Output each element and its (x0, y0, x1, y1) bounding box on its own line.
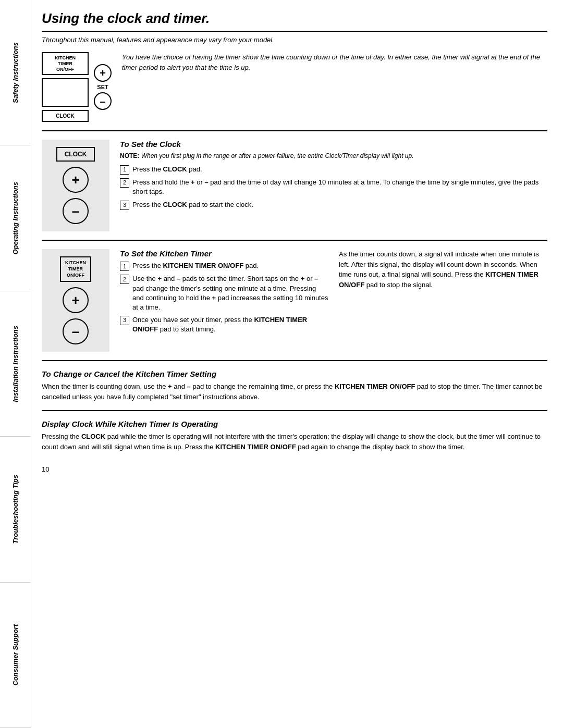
step-text-2: Press and hold the + or – pad and the ti… (132, 178, 547, 196)
page-container: Safety Instructions Operating Instructio… (0, 0, 563, 728)
clock-step-1: 1 Press the CLOCK pad. (120, 165, 547, 175)
timer-left-col: To Set the Kitchen Timer 1 Press the KIT… (120, 249, 328, 337)
timer-plus-minus: + – (63, 287, 89, 344)
note-body: When you first plug in the range or afte… (139, 152, 413, 159)
subtitle-note: Throughout this manual, features and app… (42, 36, 547, 44)
clock-minus-btn[interactable]: – (63, 198, 89, 224)
sidebar-section-consumer: Consumer Support (0, 583, 31, 728)
display-clock-section: Display Clock While Kitchen Timer Is Ope… (42, 411, 547, 460)
timer-step-num-1: 1 (120, 262, 129, 271)
change-cancel-header: To Change or Cancel the Kitchen Timer Se… (42, 369, 547, 378)
step-text-3: Press the CLOCK pad to start the clock. (132, 200, 547, 209)
sidebar-label-troubleshooting: Troubleshooting Tips (11, 475, 19, 544)
timer-step-text-3: Once you have set your timer, press the … (132, 315, 328, 334)
sidebar-label-operating: Operating Instructions (11, 182, 19, 254)
clock-button[interactable]: CLOCK (42, 110, 89, 122)
sidebar-section-operating: Operating Instructions (0, 145, 31, 291)
display-box (42, 78, 89, 107)
sidebar-label-consumer: Consumer Support (11, 624, 19, 686)
two-col-section: To Set the Kitchen Timer 1 Press the KIT… (120, 249, 547, 337)
kitchen-timer-section: KITCHENTIMERON/OFF + – To Set the Kitche… (42, 241, 547, 361)
set-clock-note: NOTE: When you first plug in the range o… (120, 152, 547, 161)
timer-plus-btn[interactable]: + (63, 287, 89, 313)
clock-step-3: 3 Press the CLOCK pad to start the clock… (120, 200, 547, 210)
timer-step-1: 1 Press the KITCHEN TIMER ON/OFF pad. (120, 261, 328, 271)
timer-step-text-2: Use the + and – pads to set the timer. S… (132, 274, 328, 312)
clock-plus-btn[interactable]: + (63, 167, 89, 193)
timer-step-3: 3 Once you have set your timer, press th… (120, 315, 328, 334)
change-cancel-text: When the timer is counting down, use the… (42, 381, 547, 402)
set-clock-section: CLOCK + – To Set the Clock NOTE: When yo… (42, 131, 547, 241)
page-number: 10 (42, 465, 547, 473)
sidebar-label-installation: Installation Instructions (11, 326, 19, 402)
timer-right-col: As the timer counts down, a signal will … (339, 249, 547, 337)
kitchen-timer-button[interactable]: KITCHENTIMERON/OFF (42, 52, 89, 75)
display-clock-text: Pressing the CLOCK pad while the timer i… (42, 431, 547, 452)
timer-step-num-3: 3 (120, 316, 129, 325)
plus-button-intro[interactable]: + (94, 64, 112, 82)
timer-step-2: 2 Use the + and – pads to set the timer.… (120, 274, 328, 312)
kitchen-timer-pad[interactable]: KITCHENTIMERON/OFF (60, 256, 91, 282)
page-title: Using the clock and timer. (42, 10, 547, 32)
kitchen-timer-content: To Set the Kitchen Timer 1 Press the KIT… (120, 249, 547, 352)
sidebar-section-safety: Safety Instructions (0, 0, 31, 145)
timer-diagram: KITCHENTIMERON/OFF + – (42, 249, 109, 352)
clock-diagram: CLOCK + – (42, 140, 109, 231)
step-num-3: 3 (120, 201, 129, 210)
sidebar-section-troubleshooting: Troubleshooting Tips (0, 437, 31, 582)
clock-step-2: 2 Press and hold the + or – pad and the … (120, 178, 547, 196)
kitchen-timer-header: To Set the Kitchen Timer (120, 249, 328, 258)
timer-minus-btn[interactable]: – (63, 318, 89, 344)
clock-plus-minus: + – (63, 167, 89, 224)
set-button-group: + SET – (94, 64, 112, 110)
change-cancel-section: To Change or Cancel the Kitchen Timer Se… (42, 361, 547, 411)
sidebar-section-installation: Installation Instructions (0, 291, 31, 437)
minus-button-intro[interactable]: – (94, 92, 112, 110)
note-bold: NOTE: (120, 152, 139, 159)
timer-step-num-2: 2 (120, 275, 129, 284)
sidebar: Safety Instructions Operating Instructio… (0, 0, 31, 728)
main-content: Using the clock and timer. Throughout th… (31, 0, 563, 728)
timer-step-text-1: Press the KITCHEN TIMER ON/OFF pad. (132, 261, 328, 270)
set-clock-header: To Set the Clock (120, 140, 547, 149)
display-clock-header: Display Clock While Kitchen Timer Is Ope… (42, 419, 547, 428)
clock-pad[interactable]: CLOCK (56, 147, 95, 162)
sidebar-label-safety: Safety Instructions (11, 42, 19, 103)
step-text-1: Press the CLOCK pad. (132, 165, 547, 174)
intro-section: KITCHENTIMERON/OFF CLOCK + SET – You hav… (42, 52, 547, 131)
set-clock-content: To Set the Clock NOTE: When you first pl… (120, 140, 547, 231)
set-label: SET (97, 84, 108, 90)
intro-text: You have the choice of having the timer … (122, 52, 547, 72)
step-num-2: 2 (120, 178, 129, 188)
button-group-left: KITCHENTIMERON/OFF CLOCK (42, 52, 89, 122)
step-num-1: 1 (120, 165, 129, 175)
control-diagram: KITCHENTIMERON/OFF CLOCK + SET – (42, 52, 112, 122)
